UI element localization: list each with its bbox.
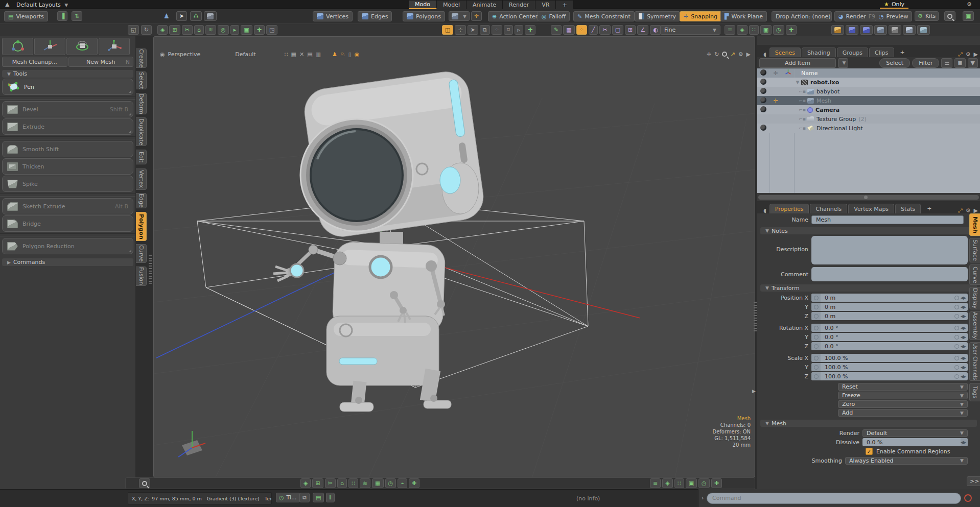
item-mode-person-icon[interactable]: ♟	[164, 13, 170, 19]
tool-sketch-extrude[interactable]: Sketch ExtrudeAlt-B	[2, 198, 133, 214]
action-center-button[interactable]: ⊕Action Center	[488, 11, 542, 21]
side-tab-user-channels[interactable]: User Channels	[969, 342, 980, 381]
center-pivot-button[interactable]: ✛	[471, 11, 482, 21]
rotation-z-field[interactable]: 0.0 °◀▶	[811, 342, 968, 350]
tool-polygon-reduction[interactable]: Polygon Reduction	[2, 238, 133, 254]
popout-tool-button[interactable]: ◳	[266, 25, 277, 35]
visibility-eye-icon[interactable]	[760, 125, 766, 131]
tab-vr[interactable]: VR	[535, 1, 556, 9]
basis-blue-cube-2-button[interactable]	[860, 25, 873, 35]
mode-tab-select[interactable]: Select	[136, 71, 147, 89]
panel-gear-icon[interactable]: ⚙	[966, 208, 971, 213]
image-button[interactable]: ▣	[686, 478, 697, 488]
viewports-button[interactable]: ▤Viewports	[4, 11, 48, 21]
mini-slider-icon[interactable]: ◀▶	[961, 326, 968, 330]
position-z-field[interactable]: 0 m◀▶	[811, 312, 968, 320]
camera-mode-button[interactable]: ⌑	[504, 25, 513, 35]
comment-field[interactable]	[811, 267, 968, 281]
panel-more-icon[interactable]: ▶	[974, 208, 978, 213]
panel-drag-handle[interactable]	[149, 255, 152, 284]
basis-flat-cube-button[interactable]	[917, 25, 930, 35]
vertices-mode-button[interactable]: Vertices	[313, 11, 353, 21]
camera-button[interactable]: ⌂	[337, 478, 347, 488]
next-mode-button[interactable]: ▹	[515, 25, 524, 35]
mesh-section-header[interactable]: ▼Mesh	[760, 420, 977, 427]
ribbon-button[interactable]: ≋	[360, 478, 370, 488]
tab-add[interactable]: +	[895, 47, 910, 57]
thumbnail-view-button[interactable]: ▣	[963, 11, 974, 21]
preset-move-gizmo-button[interactable]	[34, 38, 65, 55]
transform-section-header[interactable]: ▼Transform	[760, 284, 977, 292]
intersection-snap-button[interactable]: ✂	[599, 25, 610, 35]
tab-add-button[interactable]: +	[556, 1, 573, 9]
item-name-input[interactable]	[811, 215, 964, 224]
dots-button[interactable]: ∷	[749, 25, 759, 35]
cut-button[interactable]: ✂	[325, 478, 336, 488]
mini-slider-icon[interactable]: ◀▶	[961, 314, 968, 319]
snap-increment-dropdown[interactable]: Fine▼	[660, 25, 720, 35]
windows-button[interactable]: ⧉	[299, 493, 310, 502]
add-button[interactable]: ✚	[409, 478, 419, 488]
walk-toggle-icon[interactable]: ♘	[340, 52, 345, 57]
record-macro-icon[interactable]	[964, 494, 972, 502]
cut-tool-button[interactable]: ✂	[182, 25, 193, 35]
preset-ring-gizmo-button[interactable]	[66, 38, 98, 55]
kits-button[interactable]: ⚙Kits	[915, 11, 939, 21]
drop-action-dropdown[interactable]: Drop Action: (none)▼	[772, 11, 832, 21]
zero-button[interactable]: Zero▼	[838, 400, 968, 408]
copy-mode-button[interactable]: ⧉	[480, 25, 490, 35]
panel-more-icon[interactable]: ▶	[974, 52, 978, 57]
person-toggle-icon[interactable]: ♟	[332, 52, 337, 57]
render-button[interactable]: ◕RenderF9	[834, 11, 879, 21]
tool-bevel[interactable]: BevelShift-B	[2, 101, 133, 117]
add-item-dropdown[interactable]: ▼	[838, 58, 848, 68]
mini-slider-icon[interactable]: ◀▶	[961, 305, 968, 309]
add-button[interactable]: Add▼	[838, 409, 968, 417]
expand-panel-icon[interactable]: ⤢	[958, 52, 963, 57]
edges-mode-button[interactable]: Edges	[358, 11, 392, 21]
ribbon-tool-button[interactable]: ≋	[205, 25, 216, 35]
expand-panel-icon[interactable]: ⤢	[958, 208, 963, 213]
arrow-mode-button[interactable]: ➤	[468, 25, 478, 35]
basis-diamond-cube-button[interactable]	[903, 25, 916, 35]
mode-tab-polygon[interactable]: Polygon	[136, 212, 147, 241]
list-rows-button[interactable]: ☰	[941, 58, 952, 68]
wrench-button[interactable]: ⌁	[398, 478, 407, 488]
side-tab-mesh[interactable]: Mesh	[969, 213, 980, 236]
item-mode-cube-button[interactable]: ▼	[449, 11, 470, 21]
list-scrollbar[interactable]	[757, 193, 980, 201]
scale-x-field[interactable]: 100.0 %◀▶	[811, 354, 968, 362]
undo-button[interactable]: ◱	[128, 25, 139, 35]
grid-preset-button[interactable]: ⊞	[169, 25, 180, 35]
mode-tab-edge[interactable]: Edge	[136, 193, 147, 208]
new-mesh-button[interactable]: New MeshN	[68, 57, 134, 67]
region-tool-button[interactable]: ▣	[241, 25, 252, 35]
basis-orange-cube-button[interactable]	[831, 25, 844, 35]
3d-viewport[interactable]: ◉ Perspective Default ∷ ▦ ✕ ▤ ▥ ♟ ♘ ▯ ◉ …	[153, 36, 755, 477]
tab-clips[interactable]: Clips	[869, 47, 894, 57]
menu-lines-button[interactable]: ≡	[725, 25, 735, 35]
visibility-eye-icon[interactable]	[760, 79, 766, 85]
tab-scenes[interactable]: Scenes	[769, 47, 801, 57]
grid-snap-button[interactable]: ▦	[563, 25, 574, 35]
grid-dotted-button[interactable]: ▦	[372, 478, 383, 488]
active-cube-mode-button[interactable]: ◫	[442, 25, 453, 35]
dots-toggle-icon[interactable]: ∷	[285, 52, 288, 57]
dissolve-field[interactable]: 0.0 %◀▶	[862, 438, 968, 446]
mesh-cleanup-button[interactable]: Mesh Cleanup...	[2, 57, 67, 67]
add-mode-button[interactable]: ✚	[525, 25, 535, 35]
add-view-button[interactable]: ✚	[711, 478, 722, 488]
time-tool-button[interactable]: ◷Ti...	[276, 493, 300, 502]
edge-snap-button[interactable]: ╱	[589, 25, 598, 35]
box-toggle-icon[interactable]: ▯	[348, 52, 352, 57]
play-tool-button[interactable]: ▸	[230, 25, 240, 35]
axis-snap-button[interactable]: ∠	[637, 25, 648, 35]
cube-snap-button[interactable]: ◈	[300, 478, 311, 488]
tab-modo[interactable]: Modo	[409, 1, 437, 9]
pan-icon[interactable]: ✛	[707, 52, 711, 57]
image-button[interactable]: ▣	[760, 25, 772, 35]
basis-blue-cube-1-button[interactable]	[846, 25, 858, 35]
visibility-eye-icon[interactable]	[760, 97, 766, 103]
commands-section-header[interactable]: ▶Commands	[2, 258, 133, 266]
expand-triangle-icon[interactable]: ▼	[794, 80, 801, 85]
